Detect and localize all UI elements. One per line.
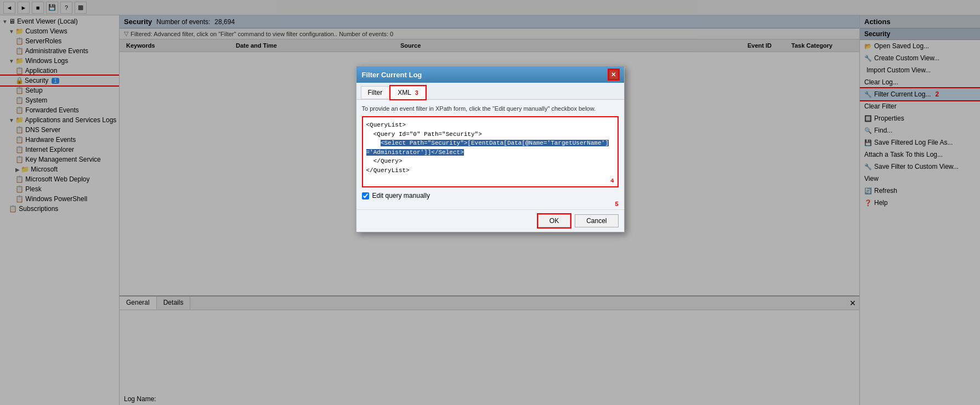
- xml-line-4: ='Administrator']]</Select>: [366, 148, 614, 157]
- edit-query-label: Edit query manually: [372, 192, 430, 199]
- xml-line-3: <Select Path="Security">[EventData[Data[…: [366, 139, 614, 148]
- xml-highlighted-select: <Select Path="Security">[EventData[Data[…: [381, 140, 609, 146]
- modal-tab-filter-label: Filter: [368, 89, 383, 96]
- modal-title: Filter Current Log: [362, 71, 422, 79]
- modal-tabs: Filter XML 3: [356, 83, 624, 100]
- step-3-badge: 3: [415, 89, 418, 96]
- filter-modal: Filter Current Log ✕ Filter XML 3 To pro…: [356, 66, 625, 232]
- modal-hint: To provide an event filter in XPath form…: [362, 105, 619, 112]
- step-5-badge: 5: [615, 201, 618, 207]
- ok-button[interactable]: OK: [538, 214, 570, 227]
- modal-close-button[interactable]: ✕: [609, 70, 619, 79]
- xml-content: <QueryList> <Query Id="0" Path="Security…: [366, 121, 614, 175]
- modal-tab-xml[interactable]: XML 3: [390, 86, 426, 99]
- xml-line-1: <QueryList>: [366, 121, 614, 130]
- modal-body: To provide an event filter in XPath form…: [356, 100, 624, 209]
- modal-tab-xml-label: XML: [398, 89, 411, 96]
- modal-titlebar: Filter Current Log ✕: [356, 66, 624, 83]
- modal-overlay: Filter Current Log ✕ Filter XML 3 To pro…: [0, 0, 980, 405]
- step-4-badge: 4: [610, 178, 614, 184]
- xml-line-5: </Query>: [366, 157, 614, 166]
- cancel-button[interactable]: Cancel: [575, 214, 618, 227]
- xml-line-6: </QueryList>: [366, 166, 614, 175]
- modal-footer: OK Cancel: [356, 209, 624, 232]
- edit-query-checkbox-area: Edit query manually: [362, 187, 619, 204]
- xml-highlighted-value: ='Administrator']]</Select>: [366, 149, 464, 156]
- edit-query-checkbox[interactable]: [362, 192, 369, 199]
- modal-tab-filter[interactable]: Filter: [361, 86, 390, 99]
- xml-editor-area[interactable]: <QueryList> <Query Id="0" Path="Security…: [362, 116, 619, 187]
- modal-footer-container: 5 OK Cancel: [356, 209, 624, 232]
- xml-line-2: <Query Id="0" Path="Security">: [366, 130, 614, 139]
